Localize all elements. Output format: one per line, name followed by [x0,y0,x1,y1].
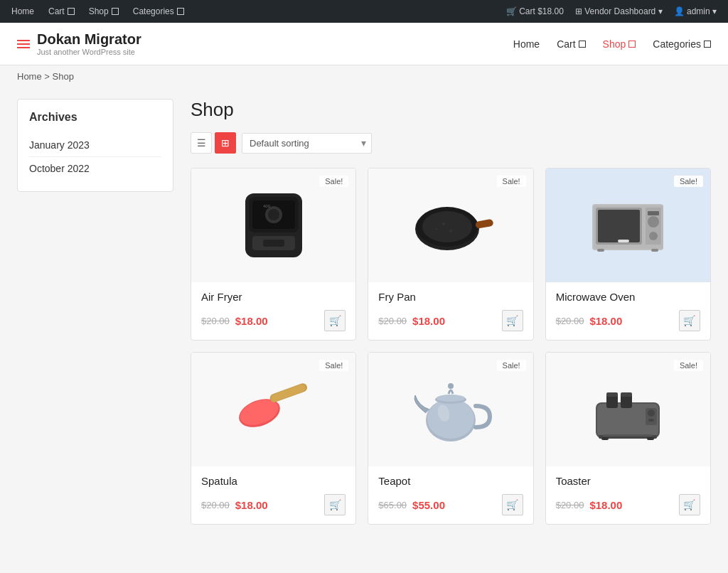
admin-bar-cart[interactable]: Cart [48,6,75,16]
product-grid: Sale! 400 [191,168,711,525]
nav-home[interactable]: Home [513,38,540,50]
archive-oct-2022[interactable]: October 2022 [29,163,90,174]
sale-badge: Sale! [674,360,703,371]
archives-widget: Archives January 2023 October 2022 [17,99,173,192]
categories-nav-box-icon [704,41,711,48]
product-image-spatula[interactable]: Sale! [191,353,355,466]
product-info-fry-pan: Fry Pan $20.00 $18.00 🛒 [368,282,532,340]
price-area: $65.00 $55.00 [378,499,445,511]
site-nav: Home Cart Shop Categories [513,38,711,50]
sidebar: Archives January 2023 October 2022 [17,99,173,525]
svg-point-11 [422,211,472,242]
product-name: Microwave Oven [556,291,700,303]
nav-shop[interactable]: Shop [603,38,636,50]
sale-price: $18.00 [235,499,268,511]
admin-bar-home[interactable]: Home [11,6,34,16]
product-card-air-fryer: Sale! 400 [191,168,356,341]
original-price: $20.00 [556,500,584,510]
svg-rect-41 [621,392,632,397]
product-image-teapot[interactable]: Sale! [368,353,532,466]
product-image-microwave[interactable]: Sale! [546,168,710,282]
admin-bar-vendor[interactable]: ⊞ Vendor Dashboard ▾ [575,6,663,16]
sale-price: $18.00 [412,315,445,327]
nav-categories[interactable]: Categories [653,38,711,50]
sort-wrapper: Default sorting Sort by popularity Sort … [242,133,372,154]
svg-rect-44 [648,419,654,422]
svg-rect-40 [606,392,618,397]
sale-badge: Sale! [319,360,348,371]
product-card-spatula: Sale! Spatula $20.00 [191,352,356,525]
product-pricing: $20.00 $18.00 🛒 [201,494,346,515]
product-card-microwave: Sale! [545,168,711,341]
price-area: $20.00 $18.00 [201,499,268,511]
list-item: October 2022 [29,157,161,180]
product-info-spatula: Spatula $20.00 $18.00 🛒 [191,466,355,524]
add-to-cart-button[interactable]: 🛒 [502,494,523,515]
add-to-cart-button[interactable]: 🛒 [324,494,346,515]
product-card-fry-pan: Sale! Fry Pan [368,168,533,341]
admin-bar-cart-amount[interactable]: 🛒 Cart $18.00 [506,6,564,16]
price-area: $20.00 $18.00 [201,315,268,327]
original-price: $20.00 [201,500,230,510]
svg-rect-46 [601,437,609,440]
product-pricing: $20.00 $18.00 🛒 [378,310,523,331]
cart-box-icon [68,8,75,15]
microwave-image [582,183,674,268]
site-header: Dokan Migrator Just another WordPress si… [0,23,728,65]
tagline: Just another WordPress site [37,48,141,56]
list-view-button[interactable]: ☰ [191,132,212,154]
product-info-microwave: Microwave Oven $20.00 $18.00 🛒 [546,282,710,340]
breadcrumb-current: Shop [53,71,74,82]
price-area: $20.00 $18.00 [378,315,445,327]
price-area: $20.00 $18.00 [556,315,623,327]
product-info-air-fryer: Air Fryer $20.00 $18.00 🛒 [191,282,355,340]
admin-bar-user[interactable]: 👤 admin ▾ [674,6,717,16]
svg-rect-10 [475,219,493,229]
svg-point-13 [449,230,452,232]
archive-list: January 2023 October 2022 [29,134,161,180]
svg-point-4 [268,209,279,220]
svg-point-33 [437,395,465,402]
grid-view-button[interactable]: ⊞ [215,132,236,154]
product-pricing: $20.00 $18.00 🛒 [201,310,346,331]
product-image-toaster[interactable]: Sale! [546,353,710,466]
list-item: January 2023 [29,134,161,157]
svg-rect-19 [618,240,629,242]
product-pricing: $20.00 $18.00 🛒 [556,494,700,515]
cart-nav-box-icon [579,41,586,48]
original-price: $65.00 [378,500,407,510]
sale-badge: Sale! [319,176,348,187]
shop-title: Shop [191,99,711,121]
archive-jan-2023[interactable]: January 2023 [29,139,90,151]
admin-bar-shop[interactable]: Shop [89,6,119,16]
admin-bar-categories[interactable]: Categories [133,6,184,16]
product-image-fry-pan[interactable]: Sale! [368,168,532,282]
original-price: $20.00 [378,316,407,326]
nav-cart[interactable]: Cart [557,38,585,50]
product-name: Toaster [556,475,700,487]
product-pricing: $65.00 $55.00 🛒 [378,494,523,515]
site-logo-text: Dokan Migrator Just another WordPress si… [37,31,141,56]
shop-toolbar: ☰ ⊞ Default sorting Sort by popularity S… [191,132,711,154]
product-name: Air Fryer [201,291,346,303]
admin-bar: Home Cart Shop Categories 🛒 Cart $18.00 … [0,0,728,23]
add-to-cart-button[interactable]: 🛒 [679,494,700,515]
categories-box-icon [177,8,184,15]
fry-pan-image [405,183,497,268]
svg-point-14 [435,228,437,230]
svg-rect-7 [263,240,284,247]
svg-text:400: 400 [263,204,271,208]
product-card-toaster: Sale! [545,352,711,525]
breadcrumb-home[interactable]: Home [17,71,42,82]
add-to-cart-button[interactable]: 🛒 [679,310,700,331]
sale-price: $18.00 [589,499,622,511]
hamburger-icon[interactable] [17,40,30,48]
add-to-cart-button[interactable]: 🛒 [502,310,523,331]
add-to-cart-button[interactable]: 🛒 [324,310,346,331]
svg-rect-48 [603,434,653,437]
product-name: Spatula [201,475,346,487]
product-image-air-fryer[interactable]: Sale! 400 [191,168,355,282]
shop-box-icon [112,8,119,15]
product-info-toaster: Toaster $20.00 $18.00 🛒 [546,466,710,524]
sort-select[interactable]: Default sorting Sort by popularity Sort … [242,133,372,154]
